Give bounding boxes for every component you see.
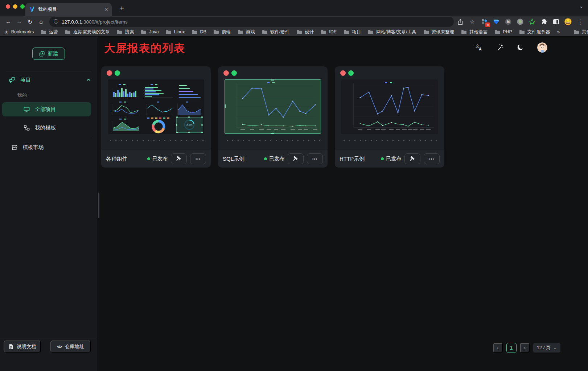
profile-emoji-icon[interactable]: 😄 (564, 18, 572, 25)
goview-favicon (29, 7, 35, 12)
bookmark-folder-item[interactable]: 软件/硬件 (262, 29, 289, 35)
bookmark-folder-item[interactable]: 搜索 (116, 29, 134, 35)
project-card[interactable]: SQL示例 已发布 ••• (218, 66, 328, 168)
project-name: SQL示例 (223, 156, 261, 162)
documentation-button[interactable]: 说明文档 (4, 341, 41, 353)
bookmark-folder-item[interactable]: 前端 (213, 29, 231, 35)
card-color-dots (223, 70, 237, 76)
bookmark-folder-item[interactable]: 近期需要读的文章 (65, 29, 110, 35)
folder-icon (573, 30, 579, 34)
red-dot (340, 70, 346, 76)
project-card[interactable]: HTTP示例 已发布 ••• (335, 66, 444, 168)
share-icon[interactable] (457, 18, 464, 25)
url-text[interactable]: 127.0.0.1:3000/#/project/items (62, 19, 128, 25)
card-thumbnail-preview[interactable] (225, 79, 321, 134)
template-market-label: 模板市场 (22, 144, 44, 151)
extension-tampermonkey-icon[interactable]: 9 (481, 18, 488, 25)
bookmark-folder-item[interactable]: 项目 (344, 29, 361, 35)
reload-icon[interactable]: ↻ (25, 17, 36, 27)
folder-icon (423, 30, 429, 34)
vertical-scrollbar-thumb[interactable] (98, 193, 99, 218)
chevron-up-icon[interactable] (86, 77, 91, 82)
more-actions-button[interactable]: ••• (424, 153, 440, 164)
other-bookmarks-item[interactable]: 其他书签 (573, 29, 588, 35)
pagination-page-1[interactable]: 1 (506, 343, 517, 353)
bookmark-label: 设计 (305, 29, 314, 35)
project-card[interactable]: 25.00% 各种组件 已发布 (101, 66, 211, 168)
bookmarks-manager-item[interactable]: ★ Bookmarks (4, 29, 34, 35)
tab-close-icon[interactable]: × (105, 7, 108, 12)
bookmark-label: Java (149, 29, 159, 34)
code-icon: </> (57, 345, 62, 349)
sidebar-item-my-templates[interactable]: 我的模板 (2, 121, 91, 135)
bookmark-label: 搜索 (125, 29, 134, 35)
extension-gem-icon[interactable] (493, 18, 500, 25)
url-path: :3000/#/project/items (82, 19, 127, 25)
language-translate-icon[interactable]: 文 A (475, 44, 483, 51)
red-dot (223, 70, 229, 76)
bookmark-label: 近期需要读的文章 (73, 29, 110, 35)
window-close-button[interactable] (6, 4, 10, 9)
bookmark-star-icon[interactable]: ☆ (469, 18, 476, 25)
window-zoom-button[interactable] (20, 4, 25, 9)
bookmark-folder-item[interactable]: 游戏 (238, 29, 255, 35)
folder-icon (116, 30, 122, 34)
edit-project-button[interactable] (171, 153, 187, 164)
sidebar-item-template-market[interactable]: 模板市场 (11, 142, 91, 153)
gauge-value-label: 25.00% (186, 124, 193, 126)
browser-menu-icon[interactable]: ⋮ (576, 18, 584, 25)
bookmark-folder-item[interactable]: PHP (494, 29, 512, 34)
bookmarks-label: Bookmarks (11, 29, 34, 34)
bookmark-folder-item[interactable]: 设计 (296, 29, 314, 35)
bookmark-folder-item[interactable]: Linux (166, 29, 185, 34)
extension-command-icon[interactable]: ⌘ (505, 18, 512, 25)
side-panel-icon[interactable] (552, 18, 560, 25)
edit-project-button[interactable] (288, 153, 304, 164)
dark-mode-moon-icon[interactable] (517, 44, 524, 51)
tab-search-icon[interactable]: ⌄ (579, 3, 584, 9)
bookmark-folder-item[interactable]: 其他语言 (461, 29, 488, 35)
repository-button[interactable]: </> 仓库地址 (50, 341, 91, 353)
bookmark-folder-item[interactable]: 文件服务器 (519, 29, 550, 35)
new-tab-button[interactable]: + (117, 3, 127, 13)
back-icon[interactable]: ← (3, 17, 14, 27)
bookmarks-overflow-icon[interactable]: » (557, 29, 560, 35)
pagination-next-button[interactable]: › (520, 343, 530, 353)
card-dotted-separator (341, 140, 438, 141)
ellipsis-icon: ••• (429, 157, 435, 161)
bookmark-folder-item[interactable]: 运营 (41, 29, 58, 35)
bookmark-folder-item[interactable]: IDE (321, 29, 337, 34)
sidebar-section-projects[interactable]: 项目 (9, 74, 91, 85)
user-avatar[interactable] (537, 42, 547, 53)
magic-wand-icon[interactable] (496, 44, 504, 51)
bookmark-folder-item[interactable]: 资讯未整理 (423, 29, 455, 35)
pagination-prev-button[interactable]: ‹ (493, 343, 503, 353)
extensions-puzzle-icon[interactable] (540, 18, 548, 25)
forward-icon[interactable]: → (14, 17, 25, 27)
page-size-select[interactable]: 12 / 页 ⌄ (533, 343, 560, 353)
card-thumbnail-preview[interactable]: 25.00% (108, 79, 204, 134)
hammer-icon (409, 156, 416, 162)
page-info-icon[interactable]: ⓘ (54, 18, 58, 25)
folder-icon (192, 30, 197, 34)
window-minimize-button[interactable] (13, 4, 17, 9)
bookmark-folder-item[interactable]: Java (141, 29, 159, 34)
home-icon[interactable]: ⌂ (36, 17, 46, 27)
bookmark-folder-item[interactable]: DB (192, 29, 206, 34)
more-actions-button[interactable]: ••• (307, 153, 323, 164)
extension-green-star-icon[interactable] (529, 18, 536, 25)
sidebar-item-all-projects[interactable]: 全部项目 (2, 102, 91, 116)
bookmark-folder-item[interactable]: 网站/博客/文章/工具 (368, 29, 416, 35)
window-controls[interactable] (6, 4, 25, 9)
address-bar[interactable]: ⓘ 127.0.0.1:3000/#/project/items (49, 17, 454, 27)
extension-recorder-icon[interactable] (517, 18, 524, 25)
sidebar-divider (6, 71, 91, 71)
more-actions-button[interactable]: ••• (190, 153, 206, 164)
new-project-button[interactable]: 新建 (32, 48, 65, 60)
page-size-value: 12 / 页 (537, 345, 551, 351)
card-thumbnail-preview[interactable] (341, 79, 438, 134)
edit-project-button[interactable] (404, 153, 420, 164)
status-badge: 已发布 (147, 156, 168, 162)
bookmark-label: 前端 (222, 29, 231, 35)
browser-tab-active[interactable]: 我的项目 × (25, 3, 112, 16)
